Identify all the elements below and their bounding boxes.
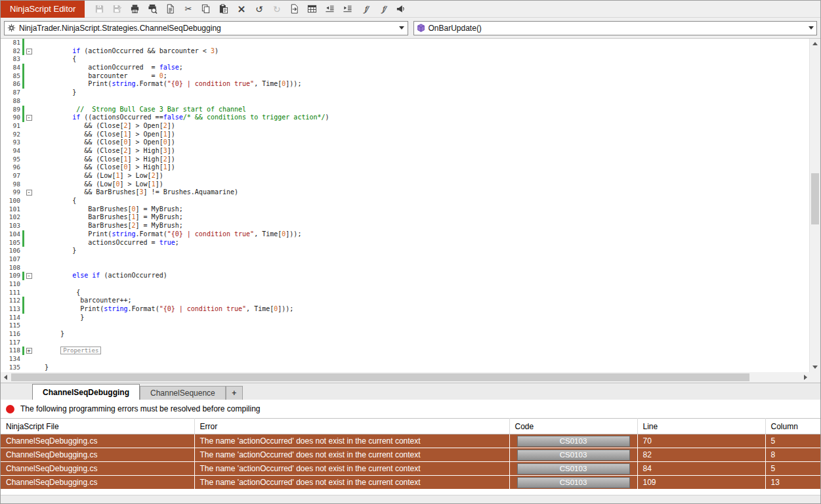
code-line-93[interactable]: 93 && (Close[0] > Open[0]) xyxy=(1,138,810,147)
page-setup-icon[interactable] xyxy=(165,3,176,14)
error-cell-file: ChannelSeqDebugging.cs xyxy=(1,462,194,476)
fold-column: - xyxy=(24,47,33,56)
code-line-101[interactable]: 101 BarBrushes[0] = MyBrush; xyxy=(1,205,810,214)
code-line-111[interactable]: 111 { xyxy=(1,289,810,297)
code-line-104[interactable]: 104 Print(string.Format("{0} | condition… xyxy=(1,230,810,239)
error-row[interactable]: ChannelSeqDebugging.csThe name 'actionOc… xyxy=(1,448,821,462)
code-line-96[interactable]: 96 && (Close[0] > High[1]) xyxy=(1,163,810,172)
code-line-117[interactable]: 117 xyxy=(1,339,810,347)
code-line-98[interactable]: 98 && (Low[0] > Low[1]) xyxy=(1,180,810,189)
paste-icon[interactable] xyxy=(218,3,229,14)
code-line-81[interactable]: 81 xyxy=(1,39,810,47)
code-line-99[interactable]: 99- && BarBrushes[3] != Brushes.Aquamari… xyxy=(1,188,810,197)
compile-icon[interactable] xyxy=(395,3,406,14)
code-line-97[interactable]: 97 && (Low[1] > Low[2]) xyxy=(1,172,810,180)
code-line-85[interactable]: 85 barcounter = 0; xyxy=(1,72,810,81)
code-line-88[interactable]: 88 xyxy=(1,97,810,106)
code-text: && (Close[0] > High[1]) xyxy=(33,163,175,172)
copy-icon[interactable] xyxy=(200,3,211,14)
code-line-84[interactable]: 84 actionOccurred = false; xyxy=(1,64,810,72)
code-line-102[interactable]: 102 BarBrushes[1] = MyBrush; xyxy=(1,213,810,222)
error-row[interactable]: ChannelSeqDebugging.csThe name 'actionOc… xyxy=(1,476,821,490)
code-text: && (Close[2] > High[3]) xyxy=(33,147,175,156)
code-editor[interactable]: 8182- if (actionOccurred && barcounter <… xyxy=(1,39,810,372)
column-header-ninjascript-file: NinjaScript File xyxy=(1,419,194,434)
scroll-left-icon[interactable] xyxy=(1,372,11,383)
insert-snippet-icon[interactable] xyxy=(306,3,318,14)
code-line-94[interactable]: 94 && (Close[2] > High[3]) xyxy=(1,147,810,156)
line-number: 91 xyxy=(1,122,20,131)
increase-indent-icon[interactable] xyxy=(342,3,353,14)
code-line-135[interactable]: 135 } xyxy=(1,364,810,372)
error-row[interactable]: ChannelSeqDebugging.csThe name 'actionOc… xyxy=(1,462,821,476)
error-cell-error: The name 'actionOccurred' does not exist… xyxy=(194,434,509,448)
class-selector[interactable]: NinjaTrader.NinjaScript.Strategies.Chann… xyxy=(4,21,408,35)
save-icon xyxy=(94,3,105,14)
print-icon[interactable] xyxy=(129,3,140,14)
code-line-114[interactable]: 114 } xyxy=(1,314,810,322)
code-line-105[interactable]: 105 actionsOccurred = true; xyxy=(1,239,810,247)
error-row[interactable]: ChannelSeqDebugging.csThe name 'actionOc… xyxy=(1,434,821,448)
comment-selection-icon[interactable]: ƒ/ xyxy=(360,3,371,14)
vertical-scrollbar[interactable] xyxy=(809,39,820,372)
line-number: 101 xyxy=(1,205,20,214)
scroll-up-icon[interactable] xyxy=(810,39,820,49)
chevron-down-icon[interactable] xyxy=(805,22,816,35)
code-line-92[interactable]: 92 && (Close[1] > Open[1]) xyxy=(1,131,810,139)
fold-column xyxy=(24,222,33,230)
code-line-113[interactable]: 113 Print(string.Format("{0} | condition… xyxy=(1,305,810,314)
window-title: NinjaScript Editor xyxy=(1,1,85,18)
collapse-region-icon[interactable]: - xyxy=(26,49,32,54)
tab-ChannelSequence[interactable]: ChannelSequence xyxy=(140,386,226,400)
code-text: Print(string.Format("{0} | condition tru… xyxy=(33,80,301,89)
uncomment-selection-icon[interactable]: ƒ/ xyxy=(377,3,389,14)
print-preview-icon[interactable] xyxy=(147,3,158,14)
code-line-110[interactable]: 110 xyxy=(1,280,810,289)
decrease-indent-icon[interactable] xyxy=(324,3,335,14)
method-selector[interactable]: OnBarUpdate() xyxy=(413,21,818,35)
code-line-91[interactable]: 91 && (Close[2] > Open[2]) xyxy=(1,122,810,131)
new-tab-button[interactable]: + xyxy=(226,386,243,400)
code-line-134[interactable]: 134 xyxy=(1,355,810,364)
code-line-109[interactable]: 109- else if (actionOccurred) xyxy=(1,272,810,280)
code-line-116[interactable]: 116 } xyxy=(1,330,810,339)
delete-icon[interactable]: × xyxy=(236,3,247,14)
code-line-106[interactable]: 106 } xyxy=(1,247,810,255)
undo-icon[interactable]: ↺ xyxy=(253,3,264,14)
code-text xyxy=(33,355,37,364)
line-number: 99 xyxy=(1,188,20,197)
code-line-95[interactable]: 95 && (Close[1] > High[2]) xyxy=(1,156,810,164)
code-line-83[interactable]: 83 { xyxy=(1,55,810,64)
collapse-region-icon[interactable]: - xyxy=(26,190,32,196)
code-line-87[interactable]: 87 } xyxy=(1,89,810,97)
code-line-115[interactable]: 115 xyxy=(1,322,810,330)
chevron-down-icon[interactable] xyxy=(396,22,408,35)
expand-region-icon[interactable]: + xyxy=(26,348,32,354)
vertical-scroll-thumb[interactable] xyxy=(811,173,819,224)
cut-icon[interactable]: ✂ xyxy=(182,3,194,14)
code-line-100[interactable]: 100 { xyxy=(1,197,810,205)
line-number: 82 xyxy=(1,47,20,56)
scrollbar-corner xyxy=(809,372,820,383)
code-line-103[interactable]: 103 BarBrushes[2] = MyBrush; xyxy=(1,222,810,230)
fold-column xyxy=(24,180,33,189)
code-line-107[interactable]: 107 xyxy=(1,255,810,264)
code-line-90[interactable]: 90- if ((actionsOccurred ==false/* && co… xyxy=(1,114,810,122)
code-line-82[interactable]: 82- if (actionOccurred && barcounter < 3… xyxy=(1,47,810,56)
code-text: Print(string.Format("{0} | condition tru… xyxy=(33,305,293,314)
scroll-down-icon[interactable] xyxy=(810,362,820,372)
line-number: 118 xyxy=(1,346,20,355)
collapsed-region-box[interactable]: Properties xyxy=(60,346,101,354)
code-line-118[interactable]: 118+ Properties xyxy=(1,346,810,355)
code-line-86[interactable]: 86 Print(string.Format("{0} | condition … xyxy=(1,80,810,89)
code-line-108[interactable]: 108 xyxy=(1,264,810,272)
collapse-region-icon[interactable]: - xyxy=(26,115,32,121)
error-cell-file: ChannelSeqDebugging.cs xyxy=(1,448,194,462)
goto-line-icon[interactable] xyxy=(289,3,300,14)
tab-ChannelSeqDebugging[interactable]: ChannelSeqDebugging xyxy=(32,384,140,400)
horizontal-scroll-thumb[interactable] xyxy=(11,373,749,381)
collapse-region-icon[interactable]: - xyxy=(26,273,32,279)
code-line-89[interactable]: 89 // Strong Bull Case 3 Bar start of ch… xyxy=(1,106,810,114)
code-line-112[interactable]: 112 barcounter++; xyxy=(1,297,810,305)
horizontal-scrollbar[interactable] xyxy=(1,372,810,383)
